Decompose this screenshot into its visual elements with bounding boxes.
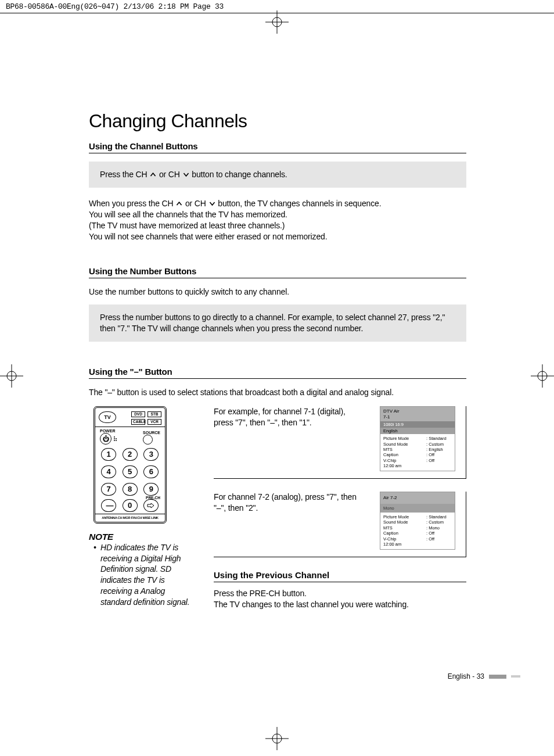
registration-mark-top	[265, 10, 289, 34]
body-text: You will not see channels that were eith…	[89, 231, 466, 242]
osd-info-analog: Air 7-2 Mono Picture Mode Sound Mode MTS…	[380, 492, 455, 550]
body-text: Press the PRE-CH button.	[214, 588, 466, 599]
section-heading-number-buttons: Using the Number Buttons	[89, 266, 466, 278]
section-heading-previous-channel: Using the Previous Channel	[214, 570, 466, 582]
power-icon: ⏻	[100, 433, 111, 445]
remote-num-1: 1	[101, 448, 116, 461]
remote-num-7: 7	[101, 483, 116, 496]
remote-num-4: 4	[101, 465, 116, 478]
remote-num-5: 5	[123, 465, 138, 478]
chevron-down-icon	[182, 171, 190, 178]
remote-num-3: 3	[143, 448, 159, 461]
remote-source-button	[143, 435, 153, 445]
instruction-box: Press the number buttons to go directly …	[89, 304, 466, 342]
registration-mark-left	[0, 364, 23, 388]
remote-tv-button: TV	[99, 411, 116, 423]
section-heading-channel-buttons: Using the Channel Buttons	[89, 141, 466, 153]
page-title: Changing Channels	[89, 110, 466, 132]
body-text: The TV changes to the last channel you w…	[214, 599, 466, 610]
body-text: The "–" button is used to select station…	[89, 387, 466, 398]
remote-num-2: 2	[123, 448, 138, 461]
remote-num-9: 9	[143, 483, 159, 496]
osd-info-digital: DTV Air7-1 1080i 16:9 English Picture Mo…	[380, 406, 455, 471]
registration-mark-right	[531, 364, 554, 388]
note-text: HD indicates the TV is receiving a Digit…	[89, 542, 190, 608]
remote-num-8: 8	[123, 483, 138, 496]
remote-stb-button: STB	[148, 411, 161, 417]
remote-control-diagram: TV DVD STB CABLE VCR	[93, 406, 167, 524]
page-footer: English - 33	[448, 672, 520, 680]
footer-decoration	[511, 675, 520, 678]
remote-dvd-button: DVD	[131, 411, 145, 417]
body-text: You will see all the channels that the T…	[89, 209, 466, 220]
chevron-down-icon	[208, 200, 216, 207]
note-block: NOTE HD indicates the TV is receiving a …	[89, 532, 190, 608]
page-content: Changing Channels Using the Channel Butt…	[89, 110, 466, 610]
prech-icon	[147, 503, 155, 508]
body-text: When you press the CH or CH button, the …	[89, 198, 466, 209]
remote-num-6: 6	[143, 465, 159, 478]
remote-prech-button	[143, 499, 159, 512]
remote-cable-button: CABLE	[131, 419, 145, 425]
footer-decoration	[489, 675, 506, 679]
remote-vcr-button: VCR	[148, 419, 161, 425]
section-heading-dash-button: Using the "–" Button	[89, 367, 466, 379]
instruction-box: Press the CH or CH button to change chan…	[89, 162, 466, 188]
body-text: Use the number buttons to quickly switch…	[89, 286, 466, 298]
registration-mark-bottom	[265, 727, 289, 750]
remote-num-0: 0	[123, 499, 138, 512]
remote-dash-button: —	[101, 499, 116, 512]
chevron-up-icon	[149, 171, 157, 178]
example-block-digital: For example, for channel 7-1 (digital), …	[214, 406, 466, 479]
chevron-up-icon	[175, 200, 183, 207]
example-block-analog: For channel 7-2 (analog), press "7", the…	[214, 492, 466, 557]
note-heading: NOTE	[89, 532, 190, 542]
body-text: (The TV must have memorized at least thr…	[89, 220, 466, 231]
